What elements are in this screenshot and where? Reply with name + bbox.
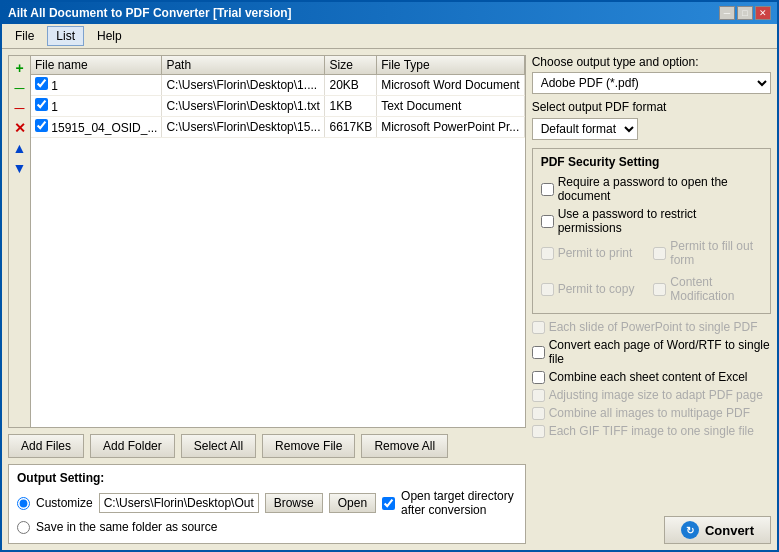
extra-options-section: Each slide of PowerPoint to single PDF C…: [532, 320, 771, 442]
output-format-label: Select output PDF format: [532, 100, 771, 114]
main-content: + ─ ─ ✕ ▲ ▼ File name Path Size: [2, 49, 777, 550]
output-customize-row: Customize Browse Open Open target direct…: [17, 489, 517, 517]
move-up-icon[interactable]: ▲: [12, 140, 28, 156]
row1-checkbox[interactable]: [35, 77, 48, 90]
maximize-button[interactable]: □: [737, 6, 753, 20]
permit-copy-checkbox[interactable]: [541, 283, 554, 296]
security-group: PDF Security Setting Require a password …: [532, 148, 771, 314]
menu-list[interactable]: List: [47, 26, 84, 46]
ppt-single-row: Each slide of PowerPoint to single PDF: [532, 320, 771, 334]
col-path: Path: [162, 56, 325, 75]
convert-icon: ↻: [681, 521, 699, 539]
save-same-label: Save in the same folder as source: [36, 520, 217, 534]
open-target-label: Open target directory after conversion: [401, 489, 517, 517]
customize-label: Customize: [36, 496, 93, 510]
permit-copy-row: Permit to copy: [541, 275, 650, 303]
row3-checkbox[interactable]: [35, 119, 48, 132]
row2-checkbox[interactable]: [35, 98, 48, 111]
images-multipage-row: Combine all images to multipage PDF: [532, 406, 771, 420]
remove-file-button[interactable]: Remove File: [262, 434, 355, 458]
output-type-dropdown[interactable]: Adobe PDF (*.pdf): [532, 72, 771, 94]
content-mod-label: Content Modification: [670, 275, 762, 303]
output-setting-panel: Output Setting: Customize Browse Open Op…: [8, 464, 526, 544]
title-bar: Ailt All Document to PDF Converter [Tria…: [2, 2, 777, 24]
gif-tiff-row: Each GIF TIFF image to one single file: [532, 424, 771, 438]
bottom-buttons: Add Files Add Folder Select All Remove F…: [8, 434, 526, 458]
security-title: PDF Security Setting: [541, 155, 762, 169]
add-files-button[interactable]: Add Files: [8, 434, 84, 458]
gif-tiff-label: Each GIF TIFF image to one single file: [549, 424, 754, 438]
password-open-checkbox[interactable]: [541, 183, 554, 196]
save-same-radio[interactable]: [17, 521, 30, 534]
menu-help[interactable]: Help: [88, 26, 131, 46]
permit-print-row: Permit to print: [541, 239, 650, 267]
word-single-checkbox[interactable]: [532, 346, 545, 359]
convert-button[interactable]: ↻ Convert: [664, 516, 771, 544]
convert-area: ↻ Convert: [532, 516, 771, 544]
select-all-button[interactable]: Select All: [181, 434, 256, 458]
left-panel: + ─ ─ ✕ ▲ ▼ File name Path Size: [8, 55, 526, 544]
excel-combine-row: Combine each sheet content of Excel: [532, 370, 771, 384]
remove-all-button[interactable]: Remove All: [361, 434, 448, 458]
remove-icon[interactable]: ─: [12, 100, 28, 116]
col-size: Size: [325, 56, 377, 75]
word-single-row: Convert each page of Word/RTF to single …: [532, 338, 771, 366]
window-title: Ailt All Document to PDF Converter [Tria…: [8, 6, 292, 20]
password-open-label: Require a password to open the document: [558, 175, 762, 203]
permit-print-checkbox[interactable]: [541, 247, 554, 260]
content-mod-checkbox[interactable]: [653, 283, 666, 296]
green-line-icon[interactable]: ─: [12, 80, 28, 96]
excel-combine-checkbox[interactable]: [532, 371, 545, 384]
table-row[interactable]: 1 C:\Users\Florin\Desktop\1.... 20KB Mic…: [31, 75, 524, 96]
image-adapt-checkbox[interactable]: [532, 389, 545, 402]
content-mod-row: Content Modification: [653, 275, 762, 303]
output-save-row: Save in the same folder as source: [17, 520, 517, 534]
side-toolbar: + ─ ─ ✕ ▲ ▼: [9, 56, 31, 427]
minimize-button[interactable]: ─: [719, 6, 735, 20]
convert-label: Convert: [705, 523, 754, 538]
table-row[interactable]: 15915_04_OSID_... C:\Users\Florin\Deskto…: [31, 117, 524, 138]
password-restrict-checkbox[interactable]: [541, 215, 554, 228]
permit-fillout-row: Permit to fill out form: [653, 239, 762, 267]
menu-file[interactable]: File: [6, 26, 43, 46]
output-format-dropdown[interactable]: Default format: [532, 118, 638, 140]
customize-radio[interactable]: [17, 497, 30, 510]
gif-tiff-checkbox[interactable]: [532, 425, 545, 438]
file-table: File name Path Size File Type 1 C:\Users…: [31, 56, 525, 427]
output-path-input[interactable]: [99, 493, 259, 513]
images-multipage-checkbox[interactable]: [532, 407, 545, 420]
move-down-icon[interactable]: ▼: [12, 160, 28, 176]
output-type-section: Choose output type and option: Adobe PDF…: [532, 55, 771, 94]
file-list-container: + ─ ─ ✕ ▲ ▼ File name Path Size: [8, 55, 526, 428]
ppt-single-checkbox[interactable]: [532, 321, 545, 334]
open-button[interactable]: Open: [329, 493, 376, 513]
add-icon[interactable]: +: [12, 60, 28, 76]
col-filename: File name: [31, 56, 162, 75]
images-multipage-label: Combine all images to multipage PDF: [549, 406, 750, 420]
title-controls: ─ □ ✕: [719, 6, 771, 20]
output-type-label: Choose output type and option:: [532, 55, 771, 69]
password-open-row: Require a password to open the document: [541, 175, 762, 203]
permit-copy-label: Permit to copy: [558, 282, 635, 296]
image-adapt-row: Adjusting image size to adapt PDF page: [532, 388, 771, 402]
word-single-label: Convert each page of Word/RTF to single …: [549, 338, 771, 366]
output-format-section: Select output PDF format Default format: [532, 100, 771, 140]
permit-print-label: Permit to print: [558, 246, 633, 260]
permit-fillout-checkbox[interactable]: [653, 247, 666, 260]
ppt-single-label: Each slide of PowerPoint to single PDF: [549, 320, 758, 334]
delete-icon[interactable]: ✕: [12, 120, 28, 136]
open-target-checkbox[interactable]: [382, 497, 395, 510]
permissions-grid: Permit to print Permit to fill out form …: [541, 239, 762, 307]
menu-bar: File List Help: [2, 24, 777, 49]
add-folder-button[interactable]: Add Folder: [90, 434, 175, 458]
password-restrict-label: Use a password to restrict permissions: [558, 207, 762, 235]
output-setting-title: Output Setting:: [17, 471, 517, 485]
table-row[interactable]: 1 C:\Users\Florin\Desktop\1.txt 1KB Text…: [31, 96, 524, 117]
image-adapt-label: Adjusting image size to adapt PDF page: [549, 388, 763, 402]
close-button[interactable]: ✕: [755, 6, 771, 20]
browse-button[interactable]: Browse: [265, 493, 323, 513]
main-window: Ailt All Document to PDF Converter [Tria…: [0, 0, 779, 552]
permit-fillout-label: Permit to fill out form: [670, 239, 762, 267]
col-filetype: File Type: [377, 56, 525, 75]
password-restrict-row: Use a password to restrict permissions: [541, 207, 762, 235]
